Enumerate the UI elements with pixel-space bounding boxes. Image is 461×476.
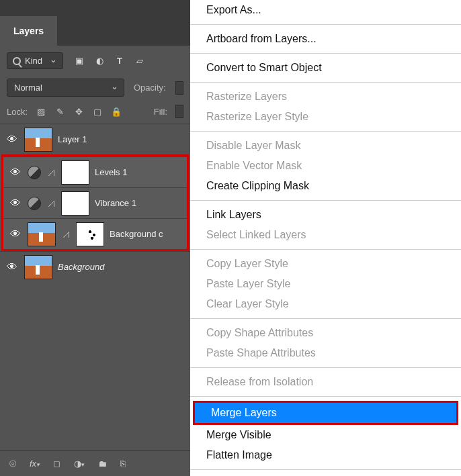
opacity-input[interactable] [175, 81, 183, 95]
visibility-eye-icon[interactable]: 👁 [9, 166, 22, 179]
visibility-eye-icon[interactable]: 👁 [5, 134, 19, 146]
menu-item-rasterize-layers: Rasterize Layers [190, 87, 461, 107]
mask-link-icon[interactable]: ⩘ [61, 229, 71, 240]
menu-separator [190, 24, 461, 25]
menu-separator [190, 318, 461, 319]
layers-bottom-bar: ⦾ fx▾ ◻ ◑▾ 🖿 ⎘ [0, 450, 190, 476]
search-icon [13, 57, 21, 65]
menu-item-link-layers[interactable]: Link Layers [190, 205, 461, 225]
visibility-eye-icon[interactable]: 👁 [9, 197, 22, 209]
menu-item-artboard-from-layers[interactable]: Artboard from Layers... [190, 29, 461, 49]
layer-row[interactable]: 👁 ⩘ Levels 1 [3, 156, 187, 187]
menu-item-export-as[interactable]: Export As... [190, 0, 461, 20]
layer-row[interactable]: 👁 ⩘ Vibrance 1 [3, 187, 187, 218]
lock-transparency-icon[interactable]: ▨ [36, 107, 46, 117]
menu-item-create-clipping-mask[interactable]: Create Clipping Mask [190, 176, 461, 196]
menu-item-rasterize-layer-style: Rasterize Layer Style [190, 107, 461, 127]
menu-separator [190, 396, 461, 397]
menu-separator [190, 469, 461, 470]
layer-thumbnail[interactable] [24, 128, 52, 152]
new-layer-icon[interactable]: ⎘ [120, 459, 126, 469]
menu-item-release-from-isolation: Release from Isolation [190, 372, 461, 392]
adjustment-icon [28, 197, 41, 210]
context-menu: Export As...Artboard from Layers...Conve… [190, 0, 461, 476]
layer-name[interactable]: Levels 1 [95, 167, 127, 177]
visibility-eye-icon[interactable]: 👁 [9, 228, 22, 240]
kind-dropdown[interactable]: Kind [7, 52, 63, 69]
lock-label: Lock: [7, 107, 28, 117]
layer-thumbnail[interactable] [24, 255, 52, 279]
filter-type-icons: ▣ ◐ T ▱ [74, 56, 145, 66]
layers-tab[interactable]: Layers [0, 16, 57, 46]
menu-item-select-linked-layers: Select Linked Layers [190, 225, 461, 245]
visibility-eye-icon[interactable]: 👁 [5, 261, 19, 273]
image-filter-icon[interactable]: ▣ [74, 56, 85, 66]
group-icon[interactable]: 🖿 [98, 459, 107, 469]
menu-separator [190, 367, 461, 368]
layer-name[interactable]: Layer 1 [58, 134, 87, 144]
kind-label: Kind [25, 56, 42, 66]
menu-item-clear-layer-style: Clear Layer Style [190, 294, 461, 314]
menu-item-merge-layers[interactable]: Merge Layers [195, 403, 456, 423]
layer-name[interactable]: Vibrance 1 [95, 198, 136, 208]
blend-row: Normal Opacity: [0, 75, 190, 101]
lock-row: Lock: ▨ ✎ ✥ ▢ 🔒 Fill: [0, 101, 190, 122]
layer-name[interactable]: Background [58, 262, 104, 272]
blend-mode-dropdown[interactable]: Normal [7, 79, 124, 97]
tab-row: Layers [0, 16, 190, 46]
layer-thumbnail[interactable] [28, 222, 56, 246]
type-filter-icon[interactable]: T [114, 56, 125, 66]
layer-row[interactable]: 👁 Background [0, 251, 190, 282]
fx-icon[interactable]: fx▾ [30, 459, 40, 469]
menu-separator [190, 82, 461, 83]
layer-name[interactable]: Background c [110, 229, 163, 239]
mask-icon[interactable]: ◻ [53, 459, 60, 469]
shape-filter-icon[interactable]: ▱ [134, 56, 145, 66]
mask-link-icon[interactable]: ⩘ [46, 198, 56, 209]
mask-thumbnail[interactable] [61, 160, 89, 185]
fill-label: Fill: [154, 107, 167, 117]
lock-paint-icon[interactable]: ✎ [54, 107, 65, 117]
mask-thumbnail[interactable] [76, 222, 104, 246]
layer-row[interactable]: 👁 ⩘ Background c [3, 218, 187, 249]
lock-artboard-icon[interactable]: ▢ [92, 107, 103, 117]
highlighted-menu-item: Merge Layers [193, 401, 458, 425]
menu-separator [190, 53, 461, 54]
link-icon[interactable]: ⦾ [9, 459, 16, 469]
layer-row[interactable]: 👁 Layer 1 [0, 124, 190, 154]
opacity-label: Opacity: [134, 83, 166, 93]
menu-item-disable-layer-mask: Disable Layer Mask [190, 136, 461, 156]
layers-list: 👁 Layer 1 👁 ⩘ Levels 1 👁 ⩘ Vibrance 1 👁 [0, 122, 190, 282]
mask-link-icon[interactable]: ⩘ [46, 167, 56, 178]
adjust-filter-icon[interactable]: ◐ [94, 56, 105, 66]
adjustment-icon [28, 166, 41, 179]
fill-input[interactable] [175, 105, 183, 118]
menu-item-enable-vector-mask: Enable Vector Mask [190, 156, 461, 176]
lock-all-icon[interactable]: 🔒 [111, 107, 122, 117]
menu-separator [190, 200, 461, 201]
layers-panel: Layers Kind ▣ ◐ T ▱ Normal Opacity: Lock… [0, 0, 190, 476]
menu-item-paste-shape-attributes: Paste Shape Attributes [190, 343, 461, 363]
menu-item-flatten-image[interactable]: Flatten Image [190, 445, 461, 465]
menu-item-merge-visible[interactable]: Merge Visible [190, 425, 461, 445]
menu-item-paste-layer-style: Paste Layer Style [190, 274, 461, 294]
filter-row: Kind ▣ ◐ T ▱ [0, 46, 190, 75]
menu-item-copy-shape-attributes: Copy Shape Attributes [190, 323, 461, 343]
menu-item-convert-to-smart-object[interactable]: Convert to Smart Object [190, 58, 461, 78]
menu-separator [190, 249, 461, 250]
title-bar [0, 0, 190, 16]
menu-separator [190, 131, 461, 132]
selected-layers-highlight: 👁 ⩘ Levels 1 👁 ⩘ Vibrance 1 👁 ⩘ Backgrou… [1, 154, 189, 251]
menu-item-copy-layer-style: Copy Layer Style [190, 254, 461, 274]
mask-thumbnail[interactable] [61, 191, 89, 216]
lock-position-icon[interactable]: ✥ [73, 107, 84, 117]
adjustment-layer-icon[interactable]: ◑▾ [74, 459, 85, 469]
